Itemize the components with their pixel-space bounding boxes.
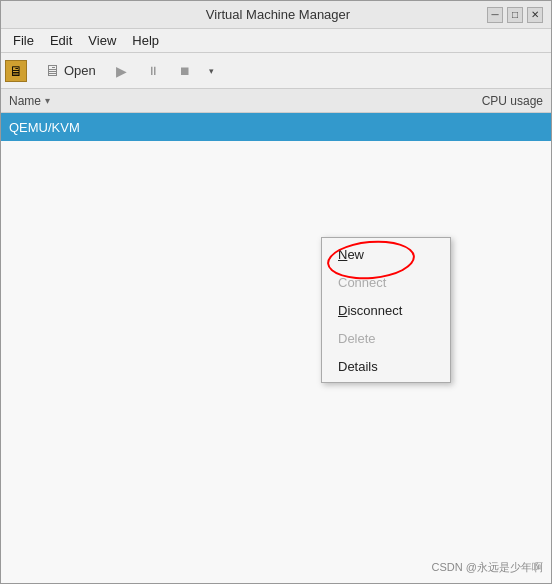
close-button[interactable]: ✕ xyxy=(527,7,543,23)
minimize-button[interactable]: ─ xyxy=(487,7,503,23)
context-menu-new[interactable]: New xyxy=(322,240,450,268)
title-bar: Virtual Machine Manager ─ □ ✕ xyxy=(1,1,551,29)
context-menu: New Connect Disconnect Delete Details xyxy=(321,237,451,383)
vm-name: QEMU/KVM xyxy=(9,120,463,135)
menu-view[interactable]: View xyxy=(80,31,124,50)
stop-icon: ⏹ xyxy=(179,64,191,78)
pause-icon: ⏸ xyxy=(147,64,159,78)
window-title: Virtual Machine Manager xyxy=(69,7,487,22)
new-vm-icon[interactable]: 🖥 xyxy=(5,60,27,82)
main-window: Virtual Machine Manager ─ □ ✕ File Edit … xyxy=(0,0,552,584)
chevron-down-icon: ▾ xyxy=(209,66,214,76)
toolbar: 🖥 🖥 Open ▶ ⏸ ⏹ ▾ xyxy=(1,53,551,89)
stop-button[interactable]: ⏹ xyxy=(170,57,200,85)
menu-bar: File Edit View Help xyxy=(1,29,551,53)
pause-button[interactable]: ⏸ xyxy=(138,57,168,85)
watermark: CSDN @永远是少年啊 xyxy=(432,560,543,575)
context-menu-details[interactable]: Details xyxy=(322,352,450,380)
menu-file[interactable]: File xyxy=(5,31,42,50)
open-button[interactable]: 🖥 Open xyxy=(35,57,105,85)
maximize-button[interactable]: □ xyxy=(507,7,523,23)
window-controls: ─ □ ✕ xyxy=(487,7,543,23)
content-area: Name ▾ CPU usage QEMU/KVM New Connect Di… xyxy=(1,89,551,583)
play-icon: ▶ xyxy=(116,63,127,79)
menu-help[interactable]: Help xyxy=(124,31,167,50)
toolbar-dropdown-button[interactable]: ▾ xyxy=(202,57,222,85)
column-cpu: CPU usage xyxy=(463,94,543,108)
column-name: Name ▾ xyxy=(9,94,463,108)
open-label: Open xyxy=(64,63,96,78)
context-menu-connect: Connect xyxy=(322,268,450,296)
list-header: Name ▾ CPU usage xyxy=(1,89,551,113)
play-button[interactable]: ▶ xyxy=(107,57,136,85)
vm-list-row[interactable]: QEMU/KVM xyxy=(1,113,551,141)
context-menu-delete: Delete xyxy=(322,324,450,352)
context-menu-disconnect[interactable]: Disconnect xyxy=(322,296,450,324)
menu-edit[interactable]: Edit xyxy=(42,31,80,50)
sort-icon: ▾ xyxy=(45,95,50,106)
